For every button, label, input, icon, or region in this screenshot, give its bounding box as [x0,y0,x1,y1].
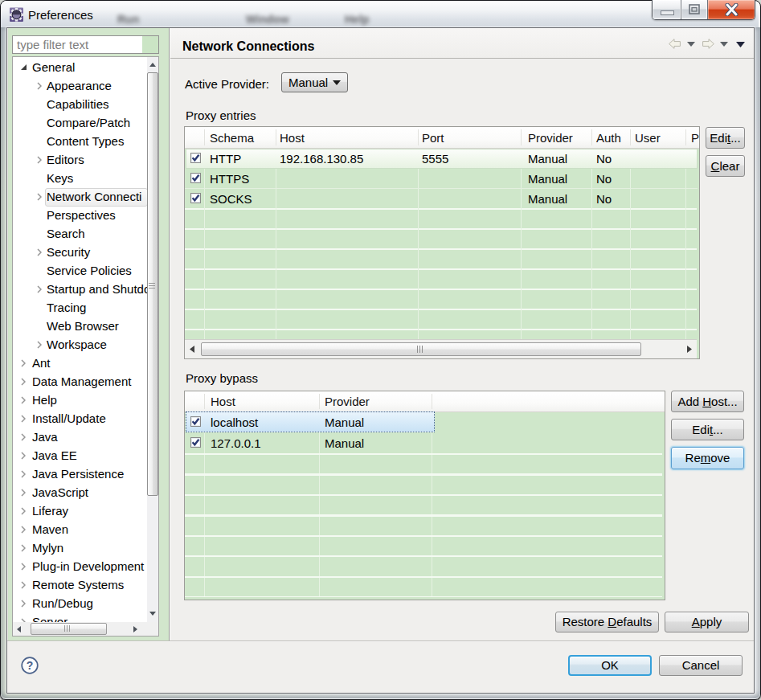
svg-text:?: ? [27,659,34,672]
